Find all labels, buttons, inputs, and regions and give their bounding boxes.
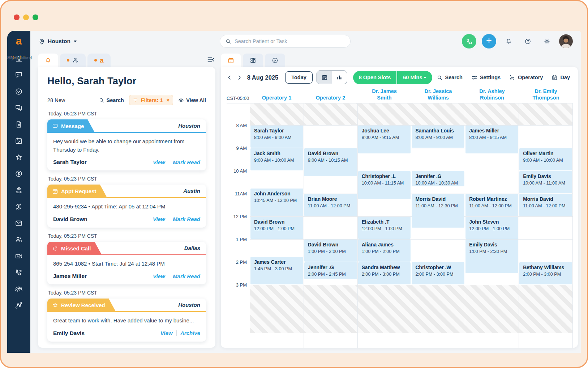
- appointment[interactable]: James Miller 8:00 AM - 9:15 AM: [465, 126, 518, 153]
- view-link[interactable]: View: [153, 216, 165, 222]
- archive-link[interactable]: Archive: [180, 330, 200, 336]
- schedule-column[interactable]: Joshua Lee 8:00 AM - 9:15 AM Christopher…: [357, 103, 411, 348]
- appointment[interactable]: Morris David 11:00 AM - 12:00 PM: [519, 194, 572, 216]
- sidebar-item-calendar-check[interactable]: [15, 133, 23, 149]
- tab-updates[interactable]: a Updates: [87, 54, 111, 67]
- mark-read-link[interactable]: Mark Read: [173, 216, 200, 222]
- duration-label: 60 Mins: [403, 75, 422, 80]
- appointment[interactable]: Bethany Williams 2:00 PM - 3:00 PM: [519, 262, 572, 284]
- global-search-input[interactable]: Search Patient or Task: [220, 35, 351, 48]
- view-link[interactable]: View: [153, 159, 165, 165]
- appointment[interactable]: Sarah Taylor 8:00 AM - 9:00 AM: [250, 126, 303, 148]
- appointment[interactable]: Christopher .L 10:00 AM - 11:15 AM: [358, 171, 411, 199]
- sidebar-item-video-plus[interactable]: [15, 248, 23, 265]
- close-window-button[interactable]: [14, 14, 20, 20]
- appointment[interactable]: Emily Davis 1:00 PM - 2:30 PM: [465, 240, 518, 273]
- tab-dashboard[interactable]: Dashboard: [243, 54, 263, 67]
- appointment[interactable]: Oliver Martin 9:00 AM - 10:00 AM: [519, 148, 572, 170]
- dollar-circle-icon: [15, 170, 23, 178]
- app-logo[interactable]: a: [16, 31, 22, 50]
- schedule-column[interactable]: David Brown 9:00 AM - 10:15 AM Brian Moo…: [304, 103, 357, 348]
- next-day-button[interactable]: [236, 75, 242, 81]
- appointment[interactable]: Jennifer .G 2:00 PM - 2:45 PM: [304, 262, 357, 279]
- clear-filters-button[interactable]: ×: [166, 97, 169, 103]
- appointment[interactable]: Emily Davis 10:00 AM - 11:00 AM: [519, 171, 572, 193]
- appointment[interactable]: Robert Martinez 11:00 AM - 12:00 PM: [465, 194, 518, 216]
- schedule-search-button[interactable]: Search: [437, 75, 463, 81]
- notification-card[interactable]: Appt Request Austin 480-295-9234 • Appt …: [47, 185, 206, 228]
- window-controls: [14, 14, 38, 20]
- sidebar-item-hand-dollar[interactable]: [15, 182, 23, 199]
- appointment[interactable]: David Brown 1:00 PM - 2:00 PM: [304, 240, 357, 262]
- view-all-button[interactable]: View All: [178, 97, 206, 103]
- appointment[interactable]: Jack Smith 9:00 AM - 10:00 AM: [250, 148, 303, 170]
- schedule-settings-button[interactable]: Settings: [471, 75, 501, 81]
- operatory-button[interactable]: Operatory: [509, 75, 543, 81]
- schedule-column[interactable]: Samantha Louis 8:00 AM - 9:00 AM Jennife…: [411, 103, 465, 348]
- schedule-column[interactable]: Oliver Martin 9:00 AM - 10:00 AM Emily D…: [519, 103, 573, 348]
- sidebar-item-document[interactable]: [15, 116, 23, 133]
- open-slots-button[interactable]: 8 Open Slots: [353, 71, 397, 84]
- day-view-button[interactable]: Day: [551, 75, 570, 81]
- sidebar-item-check-circle[interactable]: [15, 83, 23, 100]
- slot-duration-dropdown[interactable]: 60 Mins: [396, 71, 432, 84]
- notification-card[interactable]: Message Houston Hey would we be able to …: [47, 119, 206, 170]
- mark-read-link[interactable]: Mark Read: [173, 159, 200, 165]
- calendar-view-toggle[interactable]: [317, 71, 332, 84]
- previous-day-button[interactable]: [227, 75, 232, 81]
- schedule-card: 8 Aug 2025 Today 8 Open Slots 60 Mins: [221, 67, 578, 348]
- sidebar-item-network[interactable]: [15, 297, 23, 314]
- appointment[interactable]: Brian Moore 11:00 AM - 12:00 PM: [304, 194, 357, 216]
- sidebar-item-envelope[interactable]: [15, 215, 23, 232]
- appointment[interactable]: Sandra Matthew 2:00 PM - 3:00 PM: [358, 262, 411, 284]
- sidebar-item-chats[interactable]: [15, 100, 23, 117]
- appointment[interactable]: John Steven 12:00 PM - 1:00 PM: [465, 217, 518, 239]
- sidebar-item-team[interactable]: [15, 281, 23, 297]
- add-new-button[interactable]: +: [482, 34, 496, 48]
- sidebar-item-money-cycle[interactable]: [15, 199, 23, 215]
- zoom-window-button[interactable]: [33, 14, 38, 20]
- help-button[interactable]: [521, 34, 535, 48]
- settings-button[interactable]: [540, 34, 554, 48]
- appointment[interactable]: Samantha Louis 8:00 AM - 9:00 AM: [412, 126, 464, 148]
- appointment[interactable]: Joshua Lee 8:00 AM - 9:15 AM: [358, 126, 411, 153]
- location-selector[interactable]: Houston: [38, 38, 77, 45]
- view-link[interactable]: View: [160, 330, 173, 336]
- phone-button[interactable]: [462, 34, 476, 48]
- tab-my-tasks[interactable]: My Tasks: [265, 54, 285, 67]
- chart-view-toggle[interactable]: [332, 71, 347, 84]
- appointment[interactable]: John Anderson 10:45 AM - 12:00 PM: [250, 189, 303, 216]
- appointment[interactable]: Christopher .W 2:00 PM - 3:00 PM: [412, 262, 464, 284]
- sidebar-item-users[interactable]: [15, 232, 23, 248]
- content: Practice Mine a Updates: [30, 52, 581, 353]
- tab-schedule[interactable]: Schedule: [221, 54, 241, 67]
- filters-chip[interactable]: Filters: 1 ×: [129, 95, 173, 105]
- collapse-panel-icon[interactable]: [207, 55, 215, 64]
- appointment[interactable]: David Brown 12:00 PM - 1:00 PM: [250, 217, 303, 239]
- schedule-column[interactable]: James Miller 8:00 AM - 9:15 AM Robert Ma…: [465, 103, 519, 348]
- schedule-column[interactable]: Sarah Taylor 8:00 AM - 9:00 AM Jack Smit…: [250, 103, 304, 348]
- appointment[interactable]: Elizabeth .T 12:00 PM - 1:00 PM: [358, 217, 411, 239]
- appointment[interactable]: David Brown 9:00 AM - 10:15 AM: [304, 148, 357, 176]
- search-notifications-button[interactable]: Search: [99, 97, 124, 103]
- today-button[interactable]: Today: [285, 71, 313, 84]
- mark-read-link[interactable]: Mark Read: [173, 273, 200, 279]
- notification-card[interactable]: Review Received Houston Great team to wo…: [47, 299, 206, 342]
- sidebar-item-chat-dots[interactable]: [15, 67, 23, 84]
- sidebar-item-star[interactable]: [15, 149, 23, 166]
- notifications-button[interactable]: [502, 34, 515, 48]
- appointment[interactable]: Morris David 11:00 AM - 12:30 PM: [412, 194, 464, 228]
- sidebar-item-phone-list[interactable]: [15, 265, 23, 281]
- avatar[interactable]: [559, 34, 573, 48]
- notification-card[interactable]: Missed Call Dallas 865-254-1082 • Start …: [47, 242, 206, 285]
- tab-practice[interactable]: Practice: [38, 54, 58, 67]
- tab-mine[interactable]: Mine: [60, 54, 86, 67]
- schedule-panel: Schedule Dashboard My Tasks: [221, 52, 578, 348]
- appointment[interactable]: Aliana James 1:00 PM - 2:00 PM: [358, 240, 411, 262]
- appointment[interactable]: Jennifer .G 10:00 AM - 10:30 AM: [412, 171, 464, 186]
- minimize-window-button[interactable]: [23, 14, 29, 20]
- sidebar-item-dollar-circle[interactable]: [15, 166, 23, 182]
- appointment[interactable]: James Carter 1:45 PM - 3:00 PM: [250, 257, 303, 285]
- view-link[interactable]: View: [153, 273, 165, 279]
- view-all-label: View All: [186, 97, 206, 103]
